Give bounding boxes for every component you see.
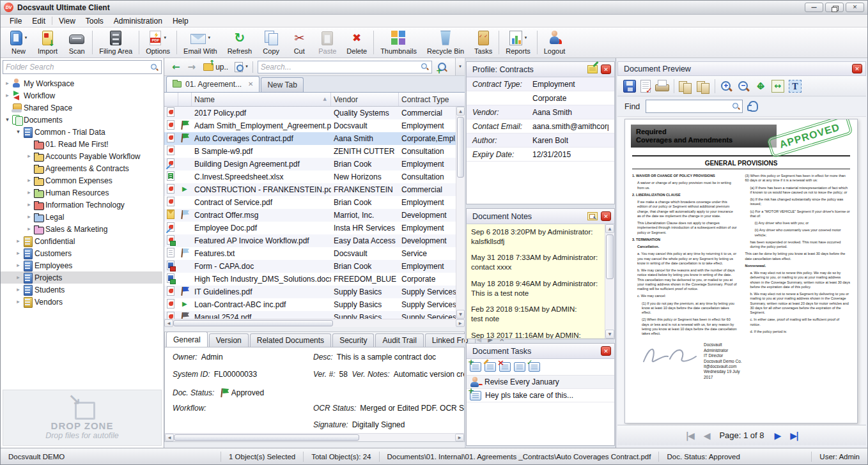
folder-search-input[interactable]	[6, 63, 150, 72]
expander-collapsed-icon[interactable]: ▸	[25, 150, 33, 162]
import-button[interactable]: Import	[33, 28, 63, 57]
expander-collapsed-icon[interactable]: ▸	[25, 187, 33, 199]
tasks-button[interactable]: Tasks	[469, 28, 497, 57]
delete-button[interactable]: Delete	[341, 28, 372, 57]
up-button[interactable]: up..	[215, 63, 228, 72]
menu-administration[interactable]: Administration	[109, 15, 167, 27]
tab-new-tab[interactable]: New Tab	[261, 77, 303, 92]
file-row-form-capa-doc[interactable]: Form - CAPA.docBrian CookEmployment	[164, 260, 456, 273]
select-text-icon[interactable]	[789, 80, 802, 93]
file-row-loan-contract-abc-inc-pdf[interactable]: Loan-Contract-ABC inc.pdfSupply BasicsSu…	[164, 298, 456, 311]
close-icon[interactable]	[601, 346, 611, 356]
up-folder-icon[interactable]	[203, 63, 213, 71]
zoom-in-icon[interactable]	[720, 80, 732, 93]
file-search-input[interactable]	[261, 63, 421, 72]
scrollbar-thumb[interactable]	[173, 320, 333, 326]
pan-hand-icon[interactable]	[748, 101, 758, 112]
file-row-features-txt[interactable]: Features.txtDocsvaultService	[164, 247, 456, 260]
column-header-contract-type[interactable]: Contract Type	[399, 93, 465, 106]
column-header-icon[interactable]	[164, 93, 178, 106]
drop-zone[interactable]: DROP ZONE Drop files for autofile	[3, 390, 162, 446]
column-header-vendor[interactable]: Vendor	[331, 93, 399, 106]
preview-toggle-icon[interactable]	[235, 62, 243, 72]
edit-profile-icon[interactable]	[587, 65, 598, 73]
expander-expanded-icon[interactable]: ▾	[14, 126, 22, 138]
cut-button[interactable]: Cut	[285, 28, 313, 57]
details-tab-security[interactable]: Security	[332, 333, 374, 347]
menu-file[interactable]: File	[4, 15, 27, 27]
scroll-up-icon[interactable]: ▲	[605, 224, 614, 233]
tree-item-agreements-contracts[interactable]: Agreements & Contracts	[1, 162, 162, 174]
expander-collapsed-icon[interactable]: ▸	[3, 89, 12, 102]
notes-vertical-scrollbar[interactable]: ▲ ▼	[605, 224, 614, 339]
file-row-employee-doc-pdf[interactable]: Employee Doc.pdfInsta HR ServicesEmploym…	[164, 222, 456, 234]
expander-collapsed-icon[interactable]: ▸	[25, 211, 33, 223]
tree-item-confidential[interactable]: ▸Confidential	[1, 235, 162, 247]
preview-dropdown-caret-icon[interactable]: ▾	[245, 65, 248, 69]
tree-item-customers[interactable]: ▸Customers	[1, 247, 162, 259]
advanced-search-icon[interactable]	[437, 62, 448, 72]
expander-expanded-icon[interactable]: ▾	[3, 114, 12, 126]
save-icon[interactable]	[623, 80, 636, 93]
details-tab-version[interactable]: Version	[209, 333, 249, 347]
tree-item-common-expenses[interactable]: ▸Common Expenses	[1, 174, 162, 187]
task-item-hey-pls-take-care-of-this[interactable]: Hey pls take care of this...	[467, 389, 614, 402]
tree-item-documents[interactable]: ▾Documents	[1, 114, 162, 126]
edit-task-icon[interactable]	[484, 362, 496, 372]
expander-collapsed-icon[interactable]: ▸	[14, 271, 22, 284]
file-row-auto-coverages-contract-pdf[interactable]: Auto Coverages Contract.pdfAana SmithCor…	[164, 132, 456, 145]
file-row-c-invest-spreedsheet-xlsx[interactable]: C.Invest.Spreedsheet.xlsxNew HorizonsCon…	[164, 171, 456, 183]
close-window-button[interactable]: ✕	[846, 3, 864, 12]
close-icon[interactable]	[601, 65, 611, 74]
tree-item-accounts-payable-workflow[interactable]: ▸Accounts Payable Workflow	[1, 150, 162, 162]
toolbar-overflow-button[interactable]: ▾	[455, 58, 465, 75]
scroll-down-icon[interactable]: ▼	[456, 310, 465, 319]
column-header-name[interactable]: Name▲	[192, 93, 331, 106]
restore-button[interactable]	[825, 3, 844, 12]
file-row-construction-frankenstein-pdf[interactable]: CONSTRUCTION - FRANKENSTEIN.pdfFRANKENST…	[164, 183, 456, 196]
scan-button[interactable]: Scan	[63, 28, 91, 57]
tree-item-01-read-me-first[interactable]: 01. Read Me First!	[1, 138, 162, 150]
tree-item-shared-space[interactable]: Shared Space	[1, 102, 162, 114]
file-row-adam-smith-employment-agreement-pdf[interactable]: Adam Smith_Employment_Agreement.pdfDocsv…	[164, 119, 456, 132]
fit-page-icon[interactable]	[754, 80, 767, 93]
recycle-bin-button[interactable]: Recycle Bin	[422, 28, 469, 57]
document-page[interactable]: Required Coverages and Amendments APPROV…	[624, 119, 858, 423]
delete-task-icon[interactable]	[499, 362, 511, 372]
scroll-right-icon[interactable]: ▶	[455, 434, 464, 441]
dropdown-caret-icon[interactable]: ▾	[164, 36, 166, 40]
task-item-revise-every-january[interactable]: Revise Every January	[467, 376, 614, 389]
file-row-high-tech-industry-dms-solutions-docx[interactable]: High Tech Industry_DMS_Solutions.docxFRE…	[164, 273, 456, 286]
view-task-icon[interactable]	[514, 362, 525, 372]
tree-item-common-trial-data[interactable]: ▾Common - Trial Data	[1, 126, 162, 138]
file-list-vertical-scrollbar[interactable]: ▲ ▼	[456, 107, 465, 319]
expander-collapsed-icon[interactable]: ▸	[14, 259, 22, 271]
file-row-contract-offer-msg[interactable]: Contract Offer.msgMarriot, Inc.Developme…	[164, 209, 456, 222]
column-header-flag[interactable]	[178, 93, 192, 106]
refresh-button[interactable]: Refresh	[222, 28, 258, 57]
search-icon[interactable]	[732, 102, 740, 111]
tree-item-sales-marketing[interactable]: ▸Sales & Marketing	[1, 223, 162, 235]
print-icon[interactable]	[655, 80, 669, 92]
logout-button[interactable]: Logout	[539, 28, 571, 57]
add-task-icon[interactable]	[470, 362, 481, 372]
back-button[interactable]: ←	[168, 61, 184, 73]
next-page-icon[interactable]: ▶	[775, 431, 780, 440]
tree-item-workflow[interactable]: ▸Workflow	[1, 89, 162, 102]
import-pages-icon[interactable]	[679, 80, 692, 93]
scroll-down-icon[interactable]: ▼	[605, 330, 614, 339]
details-tab-audit-trail[interactable]: Audit Trail	[375, 333, 423, 347]
expander-collapsed-icon[interactable]: ▸	[14, 235, 22, 247]
scrollbar-thumb[interactable]	[174, 434, 359, 441]
search-icon[interactable]	[421, 63, 429, 71]
last-page-icon[interactable]: ▶|	[790, 431, 798, 440]
dropdown-caret-icon[interactable]: ▾	[25, 36, 27, 40]
tree-item-employees[interactable]: ▸Employees	[1, 259, 162, 271]
forward-button[interactable]: →	[184, 61, 200, 73]
menu-view[interactable]: View	[54, 15, 81, 27]
dropdown-caret-icon[interactable]: ▾	[525, 36, 527, 40]
details-tab-general[interactable]: General	[166, 332, 208, 347]
popout-note-icon[interactable]	[587, 212, 598, 220]
scrollbar-thumb[interactable]	[457, 117, 464, 178]
close-icon[interactable]	[601, 211, 611, 221]
